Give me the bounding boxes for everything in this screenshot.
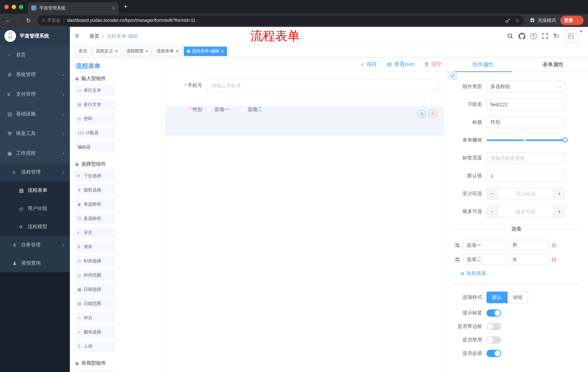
checkbox-option-2[interactable]: 选项二 — [240, 106, 262, 113]
component-item[interactable]: ╪ 滑块 — [75, 241, 115, 252]
security-label[interactable]: 不安全 — [47, 17, 60, 23]
remove-option-icon[interactable]: ⊖ — [551, 242, 557, 249]
delete-widget-button[interactable] — [429, 110, 437, 118]
sidebar-fold-icon[interactable]: ≡ — [75, 32, 79, 40]
remove-option-icon[interactable]: ⊖ — [551, 256, 557, 263]
window-zoom-button[interactable] — [19, 5, 23, 9]
component-item[interactable]: 编辑器 — [75, 142, 115, 152]
default-value-input[interactable] — [486, 170, 565, 182]
save-button[interactable]: ✓ 保存 — [360, 61, 377, 68]
component-item[interactable]: ☆ 评分 — [75, 312, 115, 323]
close-icon[interactable]: × — [221, 49, 224, 53]
component-item[interactable]: ▤ 多行文本 — [75, 99, 115, 110]
tag-process-definition[interactable]: 流程定义 × — [92, 46, 121, 56]
reload-icon[interactable]: ↻ — [23, 17, 33, 24]
window-close-button[interactable] — [4, 5, 9, 9]
clear-button[interactable]: 清空 — [424, 61, 442, 68]
sidebar-item-infra[interactable]: ▤ 基础设施 ∨ — [0, 104, 70, 124]
browser-tab[interactable]: 芋道管理系统 × — [28, 2, 119, 14]
slider-track[interactable] — [486, 139, 565, 141]
sidebar-item-process-management[interactable]: ≡ 流程管理 ∧ — [0, 163, 70, 181]
avatar[interactable] — [564, 29, 578, 43]
drag-handle-icon[interactable] — [454, 257, 460, 262]
browser-menu-icon[interactable]: ⋮ — [575, 18, 580, 23]
sidebar-item-system[interactable]: ⚙ 系统管理 ∨ — [0, 65, 70, 85]
option-label-input[interactable] — [463, 240, 506, 251]
decrease-icon[interactable]: − — [487, 206, 498, 217]
password-key-icon[interactable] — [505, 18, 511, 23]
caret-down-icon[interactable]: ▾ — [580, 29, 582, 34]
address-bar[interactable]: ⚠ 不安全 dashboard.yudao.iocoder.cn/bpm/man… — [37, 15, 524, 25]
sidebar-logo[interactable]: 芋道管理系统 — [0, 27, 70, 45]
component-item[interactable]: ◐ 开关 — [75, 227, 115, 238]
close-icon[interactable]: × — [115, 49, 118, 53]
component-item[interactable]: ◉ 单选框组 — [75, 199, 115, 210]
tab-close-icon[interactable]: × — [112, 5, 115, 11]
tab-form-props[interactable]: 表单属性 — [518, 57, 588, 72]
sidebar-item-payment[interactable]: ¥ 支付管理 ∨ — [0, 85, 70, 104]
component-item[interactable]: ▭ 单行文本 — [75, 85, 115, 96]
phone-input[interactable] — [207, 79, 439, 92]
show-label-switch[interactable] — [486, 309, 501, 317]
window-minimize-button[interactable] — [12, 5, 16, 9]
option-value-input[interactable] — [509, 254, 548, 265]
update-button[interactable]: 更新 ⋮ — [560, 16, 584, 25]
tag-process-form[interactable]: 流程表单 × — [153, 46, 182, 56]
link-icon[interactable] — [449, 72, 457, 80]
component-item[interactable]: ▾ 下拉选择 — [75, 170, 115, 181]
component-item[interactable]: ◫ 行容器 — [75, 370, 115, 372]
close-icon[interactable]: × — [145, 49, 148, 53]
tag-home[interactable]: 首页 — [75, 46, 91, 56]
drag-handle-icon[interactable] — [454, 242, 460, 248]
style-default-button[interactable]: 默认 — [486, 292, 508, 303]
back-icon[interactable]: ← — [3, 17, 13, 24]
help-icon[interactable]: ? — [530, 33, 536, 39]
breadcrumb-home[interactable]: 首页 — [90, 33, 99, 40]
option-label-input[interactable] — [463, 254, 506, 265]
component-item[interactable]: ◑ 颜色选择 — [75, 327, 115, 337]
style-button-button[interactable]: 按钮 — [508, 292, 528, 303]
tab-component-props[interactable]: 组件属性 — [448, 57, 518, 72]
new-tab-button[interactable]: + — [124, 3, 127, 10]
option-value-input[interactable] — [509, 240, 548, 251]
url-text[interactable]: dashboard.yudao.iocoder.cn/bpm/manager/f… — [67, 18, 501, 23]
selected-widget-gender[interactable]: 性别 选项一 选项二 — [166, 106, 444, 135]
slider-thumb[interactable] — [563, 137, 568, 142]
tag-process-form-edit[interactable]: 流程表单-编辑 × — [184, 46, 227, 56]
close-icon[interactable]: × — [176, 49, 178, 53]
component-item[interactable]: ⊡ 密码 — [75, 113, 115, 124]
sidebar-item-task-management[interactable]: ⋔ 任务管理 ∨ — [0, 236, 70, 254]
component-item[interactable]: ↥ 上传 — [75, 341, 115, 352]
fullscreen-icon[interactable] — [542, 33, 548, 39]
sidebar-item-process-form[interactable]: ▥ 流程表单 — [0, 181, 70, 200]
component-item[interactable]: ◷ 时间选择 — [75, 255, 115, 266]
bookmark-star-icon[interactable]: ☆ — [515, 18, 520, 23]
increase-icon[interactable]: + — [554, 206, 565, 217]
required-switch[interactable] — [486, 350, 501, 357]
max-select-input[interactable] — [498, 206, 554, 217]
sidebar-item-user-group[interactable]: ◎ 用户分组 — [0, 200, 70, 218]
component-item[interactable]: ☑ 多选框组 — [75, 213, 115, 224]
copy-widget-button[interactable] — [418, 110, 426, 118]
checkbox-option-1[interactable]: 选项一 — [207, 106, 229, 113]
font-size-icon[interactable]: TT — [553, 33, 559, 39]
sidebar-item-devtools[interactable]: ⚒ 研发工具 ∨ — [0, 124, 70, 143]
field-name-input[interactable] — [486, 99, 565, 110]
form-grid-slider[interactable] — [486, 134, 565, 146]
github-icon[interactable] — [518, 32, 525, 40]
sidebar-item-home[interactable]: ◔ 首页 — [0, 45, 70, 65]
decrease-icon[interactable]: − — [487, 188, 498, 199]
forward-icon[interactable]: → — [13, 17, 23, 24]
search-icon[interactable] — [507, 33, 513, 39]
sidebar-item-leave-query[interactable]: ♟ 请假查询 — [0, 254, 70, 272]
min-select-input[interactable] — [498, 188, 554, 199]
sidebar-item-process-model[interactable]: ✈ 流程模型 — [0, 218, 70, 236]
add-option-button[interactable]: ⊕ 添加选项 — [460, 270, 581, 277]
component-item[interactable]: ◶ 时间范围 — [75, 270, 115, 281]
title-input[interactable] — [486, 117, 565, 128]
component-item[interactable]: ▧ 日期范围 — [75, 298, 115, 309]
view-json-button[interactable]: 查看json — [387, 61, 414, 68]
increase-icon[interactable]: + — [554, 188, 565, 199]
component-item[interactable]: ▦ 日期选择 — [75, 284, 115, 295]
component-item[interactable]: ⋔ 级联选择 — [75, 185, 115, 195]
